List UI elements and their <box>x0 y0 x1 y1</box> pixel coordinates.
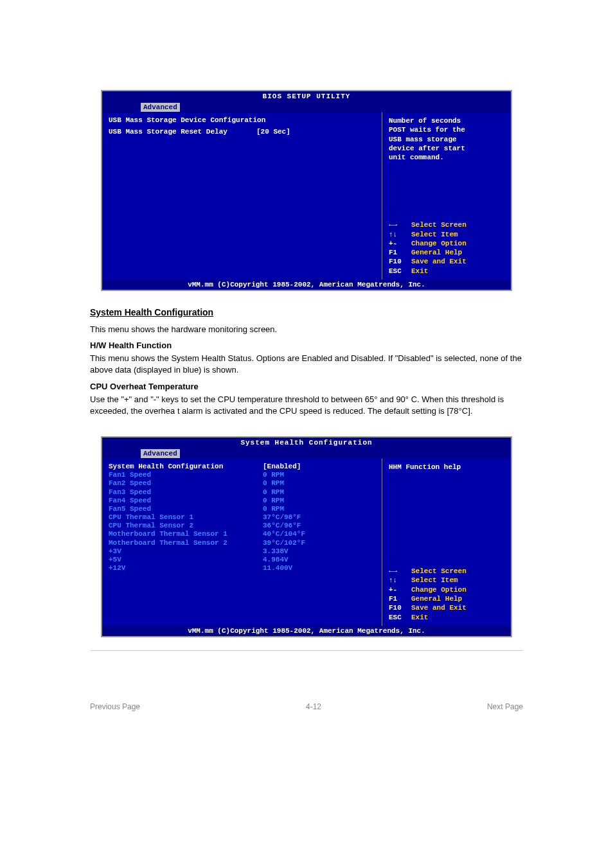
health-label: Fan2 Speed <box>109 479 263 488</box>
health-row: Motherboard Thermal Sensor 140°C/104°F <box>109 530 375 538</box>
health-label: +12V <box>109 564 263 572</box>
health-row: Fan3 Speed0 RPM <box>109 488 375 497</box>
doc-paragraph: This menu shows the System Health Status… <box>90 353 523 376</box>
health-row: CPU Thermal Sensor 236°C/96°F <box>109 522 375 530</box>
bios-screen-health: System Health Configuration Advanced Sys… <box>101 436 512 637</box>
health-row: Fan5 Speed0 RPM <box>109 505 375 513</box>
health-label: Fan5 Speed <box>109 505 263 513</box>
health-label: +5V <box>109 556 263 564</box>
doc-heading: System Health Configuration <box>90 307 523 317</box>
nav-key-esc: ESC <box>389 613 411 622</box>
tab-advanced[interactable]: Advanced <box>141 449 180 458</box>
bios-screen-usb: BIOS SETUP UTILITY Advanced USB Mass Sto… <box>101 90 512 291</box>
tab-advanced[interactable]: Advanced <box>141 103 180 112</box>
health-value: 0 RPM <box>263 471 284 479</box>
bios-body: USB Mass Storage Device Configuration US… <box>102 112 511 279</box>
health-value: 37°C/98°F <box>263 513 301 522</box>
nav-label: Change Option <box>411 239 504 248</box>
health-row: Fan4 Speed0 RPM <box>109 497 375 505</box>
health-row[interactable]: System Health Configuration[Enabled] <box>109 463 375 471</box>
doc-paragraph: Use the "+" and "-" keys to set the CPU … <box>90 394 523 417</box>
bios-body: System Health Configuration[Enabled]Fan1… <box>102 459 511 626</box>
nav-label: General Help <box>411 594 504 603</box>
item-label: USB Mass Storage Reset Delay <box>109 128 256 136</box>
page-number: 4-12 <box>306 702 321 711</box>
bios-left-pane: System Health Configuration[Enabled]Fan1… <box>102 459 382 626</box>
prev-page-link[interactable]: Previous Page <box>90 702 140 711</box>
health-value: 3.338V <box>263 547 289 556</box>
bios-title: BIOS SETUP UTILITY <box>102 91 511 102</box>
health-value: 4.984V <box>263 556 289 564</box>
nav-key-f10: F10 <box>389 257 411 266</box>
health-label: Motherboard Thermal Sensor 2 <box>109 539 263 547</box>
nav-key-esc: ESC <box>389 267 411 276</box>
nav-key-updown-icon: ↑↓ <box>389 576 411 585</box>
help-line: POST waits for the <box>389 125 504 134</box>
health-row: +12V11.400V <box>109 564 375 572</box>
item-value: [20 Sec] <box>256 128 290 136</box>
health-value: 11.400V <box>263 564 292 572</box>
health-value: 39°C/102°F <box>263 539 305 547</box>
health-label: Motherboard Thermal Sensor 1 <box>109 530 263 538</box>
nav-label: Select Item <box>411 576 504 585</box>
nav-label: Select Item <box>411 230 504 239</box>
help-line: unit command. <box>389 153 504 162</box>
health-row: Fan2 Speed0 RPM <box>109 479 375 488</box>
health-value: 36°C/96°F <box>263 522 301 530</box>
nav-label: Exit <box>411 267 504 276</box>
bios-left-pane: USB Mass Storage Device Configuration US… <box>102 112 382 279</box>
health-label: Fan1 Speed <box>109 471 263 479</box>
nav-key-plusminus: +- <box>389 239 411 248</box>
nav-label: General Help <box>411 248 504 257</box>
health-value: 0 RPM <box>263 488 284 497</box>
nav-keys: ←→ Select Screen ↑↓ Select Item +- Chang… <box>389 567 504 622</box>
health-label: CPU Thermal Sensor 1 <box>109 513 263 522</box>
nav-key-arrows-icon: ←→ <box>389 567 411 576</box>
health-label: System Health Configuration <box>109 463 263 471</box>
health-label: +3V <box>109 547 263 556</box>
bios-tab-bar: Advanced <box>102 448 511 459</box>
nav-key-f1: F1 <box>389 248 411 257</box>
bios-title: System Health Configuration <box>102 438 511 448</box>
nav-label: Select Screen <box>411 220 504 229</box>
bios-tab-bar: Advanced <box>102 102 511 112</box>
health-value: [Enabled] <box>263 463 301 471</box>
health-row: +5V4.984V <box>109 556 375 564</box>
section-heading: USB Mass Storage Device Configuration <box>109 116 375 124</box>
nav-label: Save and Exit <box>411 603 504 612</box>
health-row: Motherboard Thermal Sensor 239°C/102°F <box>109 539 375 547</box>
nav-label: Select Screen <box>411 567 504 576</box>
health-row: +3V3.338V <box>109 547 375 556</box>
bios-footer: vMM.mm (C)Copyright 1985-2002, American … <box>102 279 511 290</box>
page-nav-controls: 4-12 <box>306 702 321 711</box>
document-page: BIOS SETUP UTILITY Advanced USB Mass Sto… <box>0 90 613 711</box>
help-line: USB mass storage <box>389 135 504 144</box>
next-page-link[interactable]: Next Page <box>487 702 523 711</box>
health-label: Fan3 Speed <box>109 488 263 497</box>
bios-right-pane: Number of seconds POST waits for the USB… <box>382 112 511 279</box>
help-line: device after start <box>389 144 504 153</box>
nav-label: Change Option <box>411 585 504 594</box>
divider <box>90 650 523 651</box>
help-text: HHM Function help <box>389 463 504 472</box>
nav-label: Exit <box>411 613 504 622</box>
page-nav: Previous Page 4-12 Next Page <box>64 702 549 711</box>
nav-key-f1: F1 <box>389 594 411 603</box>
doc-subheading: H/W Health Function <box>90 341 523 350</box>
health-row: CPU Thermal Sensor 137°C/98°F <box>109 513 375 522</box>
nav-key-updown-icon: ↑↓ <box>389 230 411 239</box>
health-label: CPU Thermal Sensor 2 <box>109 522 263 530</box>
health-value: 40°C/104°F <box>263 530 305 538</box>
doc-subheading: CPU Overheat Temperature <box>90 382 523 391</box>
health-value: 0 RPM <box>263 505 284 513</box>
bios-footer: vMM.mm (C)Copyright 1985-2002, American … <box>102 626 511 636</box>
nav-key-arrows-icon: ←→ <box>389 220 411 229</box>
usb-reset-delay-item[interactable]: USB Mass Storage Reset Delay [20 Sec] <box>109 128 375 136</box>
nav-label: Save and Exit <box>411 257 504 266</box>
help-line: Number of seconds <box>389 116 504 125</box>
health-value: 0 RPM <box>263 479 284 488</box>
nav-key-f10: F10 <box>389 603 411 612</box>
help-text: Number of seconds POST waits for the USB… <box>389 116 504 162</box>
bios-right-pane: HHM Function help ←→ Select Screen ↑↓ Se… <box>382 459 511 626</box>
nav-keys: ←→ Select Screen ↑↓ Select Item +- Chang… <box>389 220 504 276</box>
